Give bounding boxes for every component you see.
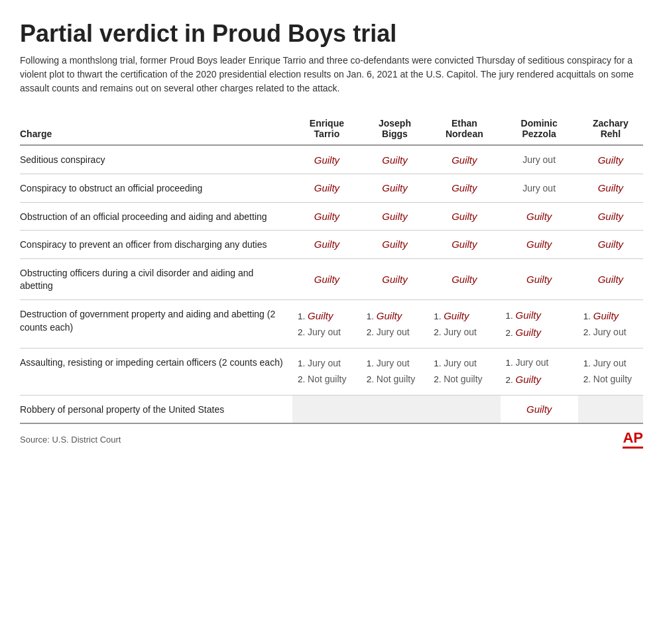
charge-cell: Conspiracy to obstruct an official proce… bbox=[20, 174, 292, 202]
verdict-cell-r5-c1: 1. Guilty2. Jury out bbox=[361, 299, 428, 348]
table-row: Destruction of government property and a… bbox=[20, 299, 643, 348]
table-row: Seditious conspiracyGuiltyGuiltyGuiltyJu… bbox=[20, 145, 643, 174]
verdict-cell-r1-c3: Jury out bbox=[501, 174, 578, 202]
verdict-cell-r0-c3: Jury out bbox=[501, 145, 578, 174]
verdict-table: Charge Enrique Tarrio Joseph Biggs Ethan… bbox=[20, 114, 643, 424]
charge-cell: Seditious conspiracy bbox=[20, 145, 292, 174]
verdict-cell-r1-c1: Guilty bbox=[361, 174, 428, 202]
table-row: Conspiracy to obstruct an official proce… bbox=[20, 174, 643, 202]
verdict-cell-r7-c2 bbox=[428, 395, 500, 423]
verdict-cell-r6-c4: 1. Jury out2. Not guilty bbox=[578, 348, 643, 395]
verdict-cell-r3-c3: Guilty bbox=[501, 231, 578, 259]
verdict-cell-r7-c1 bbox=[361, 395, 428, 423]
footer: Source: U.S. District Court AP bbox=[20, 431, 643, 449]
verdict-cell-r6-c1: 1. Jury out2. Not guilty bbox=[361, 348, 428, 395]
verdict-cell-r5-c0: 1. Guilty2. Jury out bbox=[292, 299, 361, 348]
charge-cell: Obstruction of an official proceeding an… bbox=[20, 202, 292, 231]
verdict-cell-r4-c4: Guilty bbox=[578, 258, 643, 299]
verdict-cell-r4-c1: Guilty bbox=[361, 258, 428, 299]
verdict-cell-r3-c2: Guilty bbox=[428, 231, 500, 259]
verdict-cell-r5-c3: 1. Guilty2. Guilty bbox=[501, 299, 578, 348]
verdict-cell-r3-c1: Guilty bbox=[361, 231, 428, 259]
charge-cell: Robbery of personal property of the Unit… bbox=[20, 395, 292, 423]
subtitle: Following a monthslong trial, former Pro… bbox=[20, 54, 643, 95]
verdict-cell-r0-c1: Guilty bbox=[361, 145, 428, 174]
verdict-cell-r0-c4: Guilty bbox=[578, 145, 643, 174]
verdict-cell-r7-c0 bbox=[292, 395, 361, 423]
verdict-cell-r0-c2: Guilty bbox=[428, 145, 500, 174]
verdict-cell-r7-c4 bbox=[578, 395, 643, 423]
verdict-cell-r2-c3: Guilty bbox=[501, 202, 578, 231]
verdict-cell-r2-c0: Guilty bbox=[292, 202, 361, 231]
source-text: Source: U.S. District Court bbox=[20, 435, 121, 445]
header-col2: Joseph Biggs bbox=[361, 114, 428, 145]
verdict-cell-r4-c0: Guilty bbox=[292, 258, 361, 299]
verdict-cell-r1-c2: Guilty bbox=[428, 174, 500, 202]
verdict-cell-r4-c3: Guilty bbox=[501, 258, 578, 299]
table-row: Robbery of personal property of the Unit… bbox=[20, 395, 643, 423]
header-col5: Zachary Rehl bbox=[578, 114, 643, 145]
table-row: Assaulting, resisting or impeding certai… bbox=[20, 348, 643, 395]
charge-cell: Obstructing officers during a civil diso… bbox=[20, 258, 292, 299]
header-charge: Charge bbox=[20, 114, 292, 145]
verdict-cell-r0-c0: Guilty bbox=[292, 145, 361, 174]
verdict-cell-r1-c0: Guilty bbox=[292, 174, 361, 202]
verdict-cell-r6-c3: 1. Jury out2. Guilty bbox=[501, 348, 578, 395]
page-title: Partial verdict in Proud Boys trial bbox=[20, 20, 643, 47]
verdict-cell-r7-c3: Guilty bbox=[501, 395, 578, 423]
verdict-cell-r2-c4: Guilty bbox=[578, 202, 643, 231]
verdict-cell-r2-c1: Guilty bbox=[361, 202, 428, 231]
charge-cell: Conspiracy to prevent an officer from di… bbox=[20, 231, 292, 259]
verdict-cell-r2-c2: Guilty bbox=[428, 202, 500, 231]
verdict-cell-r4-c2: Guilty bbox=[428, 258, 500, 299]
verdict-cell-r1-c4: Guilty bbox=[578, 174, 643, 202]
table-row: Obstruction of an official proceeding an… bbox=[20, 202, 643, 231]
header-col1: Enrique Tarrio bbox=[292, 114, 361, 145]
ap-logo: AP bbox=[623, 431, 643, 449]
verdict-cell-r5-c4: 1. Guilty2. Jury out bbox=[578, 299, 643, 348]
header-col3: Ethan Nordean bbox=[428, 114, 500, 145]
header-col4: Dominic Pezzola bbox=[501, 114, 578, 145]
verdict-cell-r6-c0: 1. Jury out2. Not guilty bbox=[292, 348, 361, 395]
verdict-cell-r3-c4: Guilty bbox=[578, 231, 643, 259]
verdict-cell-r3-c0: Guilty bbox=[292, 231, 361, 259]
table-row: Conspiracy to prevent an officer from di… bbox=[20, 231, 643, 259]
verdict-cell-r5-c2: 1. Guilty2. Jury out bbox=[428, 299, 500, 348]
charge-cell: Destruction of government property and a… bbox=[20, 299, 292, 348]
table-row: Obstructing officers during a civil diso… bbox=[20, 258, 643, 299]
verdict-cell-r6-c2: 1. Jury out2. Not guilty bbox=[428, 348, 500, 395]
charge-cell: Assaulting, resisting or impeding certai… bbox=[20, 348, 292, 395]
